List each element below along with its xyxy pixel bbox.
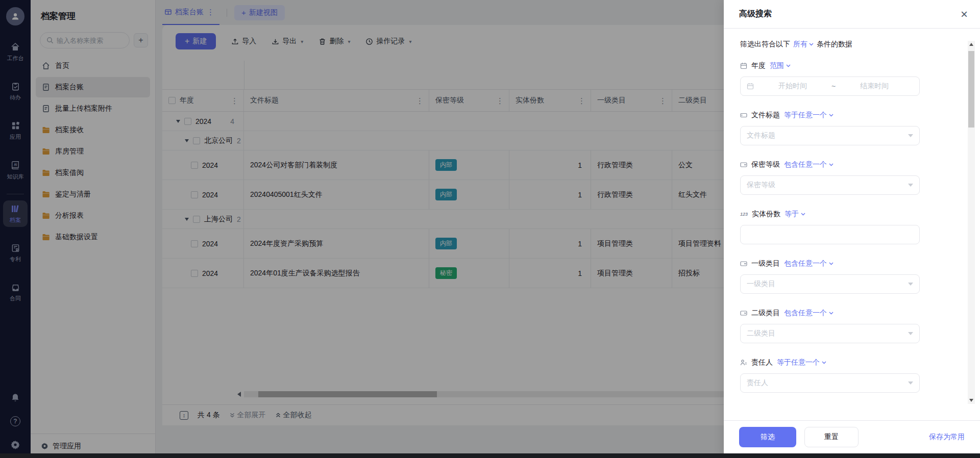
select-placeholder: 一级类目 (747, 279, 775, 289)
select-caret-icon (908, 381, 913, 385)
start-date-placeholder[interactable]: 开始时间 (754, 82, 831, 91)
operator-label: 等于任意一个 (784, 111, 827, 120)
date-range-input[interactable]: 开始时间 ~ 结束时间 (740, 77, 920, 96)
operator-label: 包含任意一个 (784, 259, 827, 268)
select-option-icon (740, 310, 747, 317)
chevron-down-icon (829, 163, 834, 166)
filter-button[interactable]: 筛选 (739, 427, 796, 447)
select-placeholder: 保密等级 (747, 181, 775, 190)
operator-dropdown[interactable]: 等于 (785, 210, 805, 219)
select-placeholder: 文件标题 (747, 131, 775, 140)
chevron-down-icon (822, 361, 826, 364)
save-as-favorite-link[interactable]: 保存为常用 (929, 432, 965, 442)
number-icon: 123 (740, 212, 748, 217)
operator-dropdown[interactable]: 等于任意一个 (777, 358, 826, 367)
copies-input-wrap (740, 225, 920, 244)
condition-suffix: 条件的数据 (817, 40, 852, 49)
chevron-down-icon (829, 262, 834, 265)
select-placeholder: 责任人 (747, 378, 768, 388)
cat1-select[interactable]: 一级类目 (740, 274, 920, 294)
chevron-down-icon (786, 64, 791, 67)
cat2-select[interactable]: 二级类目 (740, 324, 920, 343)
scroll-down-icon[interactable] (968, 397, 975, 404)
person-icon (740, 359, 747, 366)
filter-field-secrecy: 保密等级 包含任意一个 保密等级 (740, 160, 920, 195)
filter-field-cat2: 二级类目 包含任意一个 二级类目 (740, 309, 920, 343)
select-option-icon (740, 260, 747, 267)
range-separator: ~ (831, 82, 836, 90)
field-label: 责任人 (751, 358, 773, 367)
filter-field-year: 年度 范围 开始时间 ~ 结束时间 (740, 61, 920, 96)
field-label: 实体份数 (752, 210, 780, 219)
operator-dropdown[interactable]: 等于任意一个 (784, 111, 834, 120)
operator-dropdown[interactable]: 包含任意一个 (784, 309, 834, 318)
text-field-icon (740, 112, 747, 119)
condition-value: 所有 (793, 40, 807, 49)
filter-field-title: 文件标题 等于任意一个 文件标题 (740, 111, 920, 145)
filter-field-cat1: 一级类目 包含任意一个 一级类目 (740, 259, 920, 294)
advanced-search-drawer: 高级搜索 × 筛选出符合以下 所有 条件的数据 年度 范围 开 (724, 0, 980, 458)
scroll-up-icon[interactable] (968, 41, 975, 48)
drawer-footer: 筛选 重置 保存为常用 (724, 420, 980, 453)
secrecy-select[interactable]: 保密等级 (740, 175, 920, 195)
bottom-taskbar-strip (0, 453, 980, 458)
condition-row: 筛选出符合以下 所有 条件的数据 (740, 40, 938, 49)
operator-dropdown[interactable]: 包含任意一个 (784, 160, 834, 169)
field-label: 文件标题 (751, 111, 780, 120)
end-date-placeholder[interactable]: 结束时间 (836, 82, 913, 91)
operator-label: 包含任意一个 (784, 160, 827, 169)
operator-label: 等于任意一个 (777, 358, 820, 367)
close-icon[interactable]: × (961, 8, 968, 20)
operator-label: 范围 (770, 61, 784, 70)
drawer-header: 高级搜索 × (724, 0, 980, 29)
calendar-icon (740, 62, 747, 69)
select-placeholder: 二级类目 (747, 329, 775, 338)
operator-label: 等于 (785, 210, 799, 219)
operator-dropdown[interactable]: 范围 (770, 61, 791, 70)
condition-prefix: 筛选出符合以下 (740, 40, 790, 49)
field-label: 一级类目 (751, 259, 780, 268)
chevron-down-icon (829, 114, 834, 117)
scrollbar-thumb[interactable] (968, 51, 974, 128)
chevron-down-icon (829, 312, 834, 315)
condition-mode-dropdown[interactable]: 所有 (793, 40, 814, 49)
field-label: 二级类目 (751, 309, 780, 318)
copies-input[interactable] (747, 231, 913, 239)
field-label: 保密等级 (751, 160, 780, 169)
filter-field-copies: 123 实体份数 等于 (740, 210, 920, 244)
select-caret-icon (908, 134, 913, 137)
operator-label: 包含任意一个 (784, 309, 827, 318)
filter-field-owner: 责任人 等于任意一个 责任人 (740, 358, 920, 393)
drawer-body: 筛选出符合以下 所有 条件的数据 年度 范围 开始时间 ~ 结束时间 (724, 29, 938, 393)
select-caret-icon (908, 332, 913, 335)
drawer-scrollbar[interactable] (968, 41, 975, 404)
drawer-title: 高级搜索 (739, 9, 772, 19)
calendar-icon (747, 83, 754, 90)
owner-select[interactable]: 责任人 (740, 373, 920, 393)
select-option-icon (740, 161, 747, 168)
chevron-down-icon (801, 213, 805, 216)
title-select[interactable]: 文件标题 (740, 126, 920, 145)
select-caret-icon (908, 184, 913, 187)
reset-button[interactable]: 重置 (804, 427, 859, 447)
operator-dropdown[interactable]: 包含任意一个 (784, 259, 834, 268)
select-caret-icon (908, 283, 913, 286)
field-label: 年度 (751, 61, 766, 70)
chevron-down-icon (809, 43, 814, 46)
